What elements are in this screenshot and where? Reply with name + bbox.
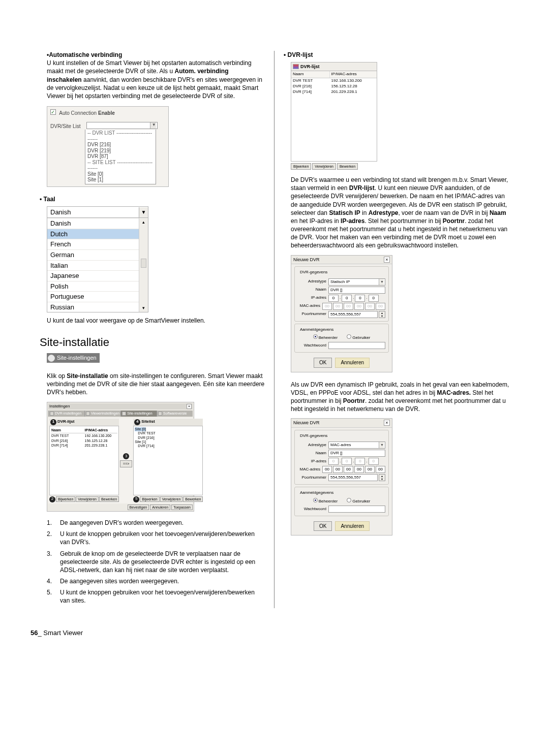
update-button[interactable]: Bijwerken <box>140 496 159 502</box>
auto-connection-section: Automatische verbinding U kunt instellen… <box>47 51 265 100</box>
new-dvr-dialog-static: Nieuwe DVR× DVR-gegevens AdrestypeStatis… <box>291 255 392 372</box>
ok-button[interactable]: OK <box>314 358 332 368</box>
update-button[interactable]: Bijwerken <box>56 496 75 502</box>
gebruiker-radio[interactable] <box>347 334 351 339</box>
confirm-button[interactable]: Bevestigen <box>128 505 149 510</box>
dialog-tabs: DVR-instellingen Viewerinstellingen Site… <box>48 411 193 416</box>
mac-input[interactable]: 000000000000 <box>322 466 385 473</box>
naam-input[interactable]: DVR [] <box>328 450 385 457</box>
move-button[interactable]: ==> <box>120 460 132 467</box>
tab-icon <box>158 412 162 416</box>
dvr-list-screenshot: DVR-lijst NaamIP/MAC-adres DVR TEST192.1… <box>291 62 377 170</box>
taal-note: U kunt de taal voor weergave op de Smart… <box>47 317 265 325</box>
port-input[interactable]: 554,555,556,557 <box>328 311 378 318</box>
close-icon[interactable]: × <box>187 404 192 409</box>
ip-input[interactable]: 0. 0. 0. 0 <box>328 295 385 302</box>
tab-icon <box>122 412 126 416</box>
beheerder-radio[interactable] <box>313 498 318 502</box>
auto-connection-screenshot: Auto Connection Enable DVR/Site List -- … <box>47 106 169 187</box>
port-spinner[interactable]: ▴▾ <box>379 474 385 481</box>
ok-button[interactable]: OK <box>314 521 332 531</box>
new-dvr-dialog-mac: Nieuwe DVR× DVR-gegevens AdrestypeMAC-ad… <box>291 418 392 536</box>
apply-button[interactable]: Toepassen <box>171 505 193 510</box>
cancel-button[interactable]: Annuleren <box>335 358 370 368</box>
language-dropdown-button[interactable]: ▼ <box>139 207 148 217</box>
naam-input[interactable]: DVR [] <box>328 287 385 294</box>
dvr-site-list-label: DVR/Site List <box>50 123 85 130</box>
edit-button[interactable]: Bewerken <box>337 163 358 170</box>
adrestype-select[interactable]: MAC-adres <box>328 442 385 449</box>
page-footer: 56_ Smart Viewer <box>30 628 518 638</box>
callout-2: 2 <box>49 496 55 502</box>
numbered-list: 1.De aangegeven DVR's worden weergegeven… <box>47 519 265 605</box>
edit-button[interactable]: Bewerken <box>99 496 119 502</box>
callout-1: 1 <box>50 419 56 425</box>
taal-heading: Taal <box>40 195 265 203</box>
language-selected: Danish <box>47 207 74 218</box>
dvr-list-panel: NaamIP/MAC-adres DVR TEST192.168.130.200… <box>49 426 119 495</box>
site-install-heading: Site-installatie <box>40 335 265 350</box>
update-button[interactable]: Bijwerken <box>291 163 311 170</box>
language-scrollbar[interactable]: ▴ ▾ <box>139 218 148 312</box>
ip-input-disabled: 0. 0. 0. 0 <box>328 458 385 465</box>
dvr-site-list-select[interactable] <box>86 122 158 129</box>
dvr-site-listbox[interactable]: -- DVR LIST --------------------------- … <box>85 130 156 184</box>
site-settings-chip: Site-instellingen <box>47 353 100 363</box>
port-input[interactable]: 554,555,556,557 <box>328 474 378 481</box>
beheerder-radio[interactable] <box>313 334 318 339</box>
cancel-button[interactable]: Annuleren <box>150 505 170 510</box>
auto-conn-checkbox[interactable] <box>50 109 56 115</box>
cancel-button[interactable]: Annuleren <box>335 521 370 531</box>
gebruiker-radio[interactable] <box>347 498 351 502</box>
delete-button[interactable]: Verwijderen <box>312 163 336 170</box>
close-icon[interactable]: × <box>384 257 390 263</box>
dvrlijst-heading: DVR-lijst <box>284 51 509 59</box>
dialog-title: Instellingen <box>49 404 70 410</box>
language-options[interactable]: Danish Dutch French German Italian Japan… <box>47 218 139 312</box>
password-input[interactable] <box>328 342 385 349</box>
tab-icon <box>50 412 54 416</box>
dvrlijst-para1: De DVR's waarmee u een verbinding tot st… <box>291 176 509 250</box>
callout-3: 3 <box>123 453 129 459</box>
password-input[interactable] <box>328 506 385 513</box>
tab-icon <box>86 412 90 416</box>
scroll-thumb[interactable] <box>141 259 146 268</box>
callout-5: 5 <box>133 496 139 502</box>
scroll-up-icon[interactable]: ▴ <box>139 218 148 226</box>
mac-input-disabled: 000000000000 <box>322 303 385 310</box>
scroll-down-icon[interactable]: ▾ <box>139 304 148 312</box>
globe-icon <box>48 355 55 362</box>
adrestype-select[interactable]: Statisch IP <box>328 278 385 286</box>
auto-conn-heading: Automatische verbinding <box>49 51 122 58</box>
settings-dialog: Instellingen × DVR-instellingen Viewerin… <box>47 402 194 512</box>
list-icon <box>293 64 299 69</box>
close-icon[interactable]: × <box>384 420 390 426</box>
callout-4: 4 <box>134 419 140 425</box>
port-spinner[interactable]: ▴▾ <box>379 311 385 318</box>
site-tree-panel: Site [0] DVR TEST DVR [216] Site [1] DVR… <box>133 426 203 495</box>
delete-button[interactable]: Verwijderen <box>160 496 183 502</box>
language-dropdown: Danish ▼ Danish Dutch French German Ital… <box>47 206 148 312</box>
site-install-para: Klik op Site-installatie om site-instell… <box>47 372 265 397</box>
dvrlijst-para2: Als uw DVR een dynamisch IP gebruikt, zo… <box>291 381 509 414</box>
delete-button[interactable]: Verwijderen <box>76 496 99 502</box>
edit-button[interactable]: Bewerken <box>183 496 203 502</box>
